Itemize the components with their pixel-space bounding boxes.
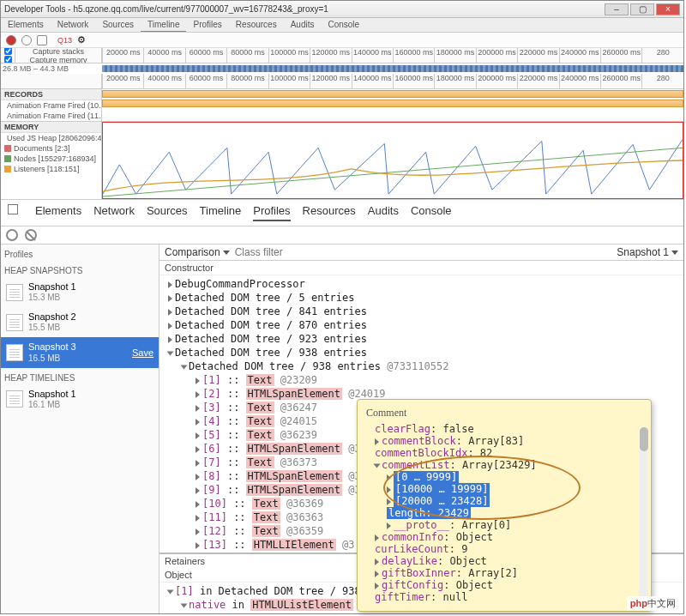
- tree-row[interactable]: DebugCommandProcessor: [159, 277, 683, 291]
- tree-row[interactable]: Detached DOM tree / 841 entries: [159, 305, 683, 318]
- popup-row[interactable]: length: 23429: [366, 507, 642, 519]
- record-heap-icon[interactable]: [6, 229, 18, 241]
- expand-arrow-icon[interactable]: [387, 522, 391, 529]
- settings-icon[interactable]: ⚙: [77, 34, 86, 45]
- tree-row[interactable]: Detached DOM tree / 5 entries: [159, 291, 683, 305]
- tree-row[interactable]: Detached DOM tree / 870 entries: [159, 318, 683, 332]
- panel-tab[interactable]: Timeline: [141, 18, 186, 32]
- devtools-tab[interactable]: Elements: [35, 204, 81, 221]
- record-icon[interactable]: [6, 35, 16, 45]
- expand-arrow-icon[interactable]: [387, 486, 391, 493]
- expand-arrow-icon[interactable]: [375, 571, 379, 577]
- expand-arrow-icon[interactable]: [168, 336, 172, 343]
- view-mode-dropdown[interactable]: Comparison: [165, 246, 230, 258]
- expand-arrow-icon[interactable]: [196, 432, 200, 439]
- devtools-tab[interactable]: Sources: [147, 204, 188, 221]
- memory-series-label[interactable]: Listeners [118:151]: [1, 164, 101, 174]
- expand-arrow-icon[interactable]: [374, 463, 381, 468]
- popup-row[interactable]: __proto__: Array[0]: [366, 519, 642, 531]
- memory-series-label[interactable]: Used JS Heap [28062096:4650: [1, 133, 101, 143]
- expand-arrow-icon[interactable]: [387, 498, 391, 505]
- popup-row[interactable]: [20000 … 23428]: [366, 495, 642, 507]
- popup-row[interactable]: giftBoxInner: Array[2]: [366, 567, 642, 579]
- constructor-column-header[interactable]: Constructor: [159, 261, 683, 275]
- capture-memory-checkbox[interactable]: [4, 56, 12, 63]
- memory-series-label[interactable]: Nodes [155297:168934]: [1, 154, 101, 164]
- snapshot-item[interactable]: Snapshot 215.5 MB: [1, 307, 159, 337]
- class-filter-input[interactable]: [235, 246, 612, 258]
- panel-tab[interactable]: Sources: [95, 18, 141, 32]
- devtools-tab[interactable]: Resources: [303, 204, 356, 221]
- popup-row[interactable]: commentBlock: Array[83]: [366, 435, 642, 447]
- panel-tab[interactable]: Resources: [229, 18, 284, 32]
- expand-arrow-icon[interactable]: [375, 534, 379, 541]
- tree-row[interactable]: Detached DOM tree / 938 entries @7331105…: [159, 359, 683, 373]
- expand-arrow-icon[interactable]: [196, 391, 200, 398]
- expand-arrow-icon[interactable]: [167, 589, 174, 594]
- popup-row[interactable]: [10000 … 19999]: [366, 483, 642, 495]
- devtools-tab[interactable]: Timeline: [200, 204, 242, 221]
- expand-arrow-icon[interactable]: [196, 542, 200, 549]
- expand-arrow-icon[interactable]: [196, 501, 200, 508]
- panel-tab[interactable]: Elements: [1, 18, 51, 32]
- window-close-button[interactable]: ×: [656, 3, 680, 15]
- snapshot-item[interactable]: Snapshot 316.5 MBSave: [1, 337, 159, 367]
- clear-profiles-icon[interactable]: [25, 229, 37, 241]
- window-minimize-button[interactable]: –: [605, 3, 629, 15]
- panel-tab[interactable]: Profiles: [186, 18, 228, 32]
- timeline-overview-bar[interactable]: [102, 65, 683, 72]
- expand-arrow-icon[interactable]: [196, 515, 200, 522]
- clear-icon[interactable]: [21, 35, 32, 45]
- panel-tab[interactable]: Network: [51, 18, 96, 32]
- devtools-tab[interactable]: Audits: [368, 204, 399, 221]
- popup-row[interactable]: [0 … 9999]: [366, 471, 642, 483]
- expand-arrow-icon[interactable]: [196, 460, 200, 467]
- expand-arrow-icon[interactable]: [196, 446, 200, 453]
- popup-row[interactable]: commentBlockIdx: 82: [366, 447, 642, 459]
- trash-icon[interactable]: [37, 35, 47, 45]
- record-bar[interactable]: [102, 90, 683, 98]
- expand-arrow-icon[interactable]: [375, 583, 379, 589]
- expand-arrow-icon[interactable]: [167, 351, 174, 355]
- popup-row[interactable]: giftConfig: Object: [366, 579, 642, 591]
- panel-tab[interactable]: Console: [321, 18, 366, 32]
- memory-chart[interactable]: [102, 122, 683, 199]
- popup-row[interactable]: commonInfo: Object: [366, 531, 642, 543]
- devtools-tab[interactable]: Network: [93, 204, 135, 221]
- tree-row[interactable]: Detached DOM tree / 938 entries: [159, 346, 683, 359]
- devtools-tab[interactable]: Console: [411, 204, 452, 221]
- expand-arrow-icon[interactable]: [196, 419, 200, 426]
- panel-tab[interactable]: Audits: [284, 18, 322, 32]
- expand-arrow-icon[interactable]: [196, 487, 200, 494]
- expand-arrow-icon[interactable]: [168, 323, 172, 329]
- expand-arrow-icon[interactable]: [168, 295, 172, 302]
- popup-scrollbar[interactable]: [640, 427, 648, 606]
- snapshot-item[interactable]: Snapshot 115.3 MB: [1, 277, 159, 307]
- popup-row[interactable]: delayLike: Object: [366, 555, 642, 567]
- popup-row[interactable]: curLikeCount: 9: [366, 543, 642, 555]
- heap-timeline-item[interactable]: Snapshot 116.1 MB: [1, 384, 159, 414]
- memory-series-label[interactable]: Documents [2:3]: [1, 143, 101, 154]
- capture-stacks-checkbox[interactable]: [4, 48, 12, 55]
- record-label[interactable]: Animation Frame Fired (11…: [1, 111, 101, 121]
- record-bar[interactable]: [102, 100, 683, 107]
- tree-row[interactable]: [1] :: Text @23209: [159, 373, 683, 387]
- expand-arrow-icon[interactable]: [375, 438, 379, 445]
- expand-arrow-icon[interactable]: [375, 559, 379, 565]
- expand-arrow-icon[interactable]: [196, 377, 200, 384]
- expand-arrow-icon[interactable]: [196, 405, 200, 412]
- tree-row[interactable]: Detached DOM tree / 923 entries: [159, 332, 683, 346]
- popup-row[interactable]: commentList: Array[23429]: [366, 459, 642, 471]
- expand-arrow-icon[interactable]: [181, 603, 188, 607]
- expand-arrow-icon[interactable]: [387, 474, 391, 481]
- expand-arrow-icon[interactable]: [168, 281, 172, 288]
- popup-row[interactable]: giftTimer: null: [366, 591, 642, 603]
- expand-arrow-icon[interactable]: [196, 474, 200, 480]
- expand-arrow-icon[interactable]: [196, 528, 200, 535]
- expand-arrow-icon[interactable]: [181, 365, 188, 369]
- record-label[interactable]: Animation Frame Fired (10…: [1, 100, 101, 111]
- save-link[interactable]: Save: [132, 347, 153, 358]
- window-maximize-button[interactable]: ▢: [630, 3, 654, 15]
- expand-arrow-icon[interactable]: [168, 309, 172, 316]
- popup-row[interactable]: clearFlag: false: [366, 423, 642, 435]
